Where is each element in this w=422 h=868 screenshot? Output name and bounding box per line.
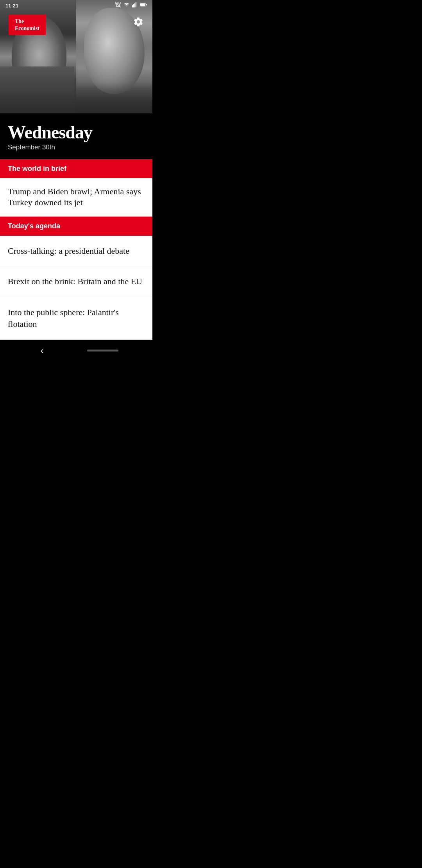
economist-logo-line2: Economist <box>15 25 39 32</box>
agenda-item-title-1: Cross-talking: a presidential debate <box>8 245 145 257</box>
date-text: September 30th <box>8 143 145 151</box>
date-section: Wednesday September 30th <box>0 113 152 159</box>
svg-rect-6 <box>140 4 145 6</box>
gear-icon <box>133 16 144 27</box>
agenda-item-2[interactable]: Brexit on the brink: Britain and the EU <box>0 266 152 297</box>
status-bar: 11:21 <box>0 0 152 11</box>
day-text: Wednesday <box>8 123 145 143</box>
economist-logo-line1: The <box>15 18 39 25</box>
date-overlay: Wednesday September 30th <box>0 113 152 159</box>
news-item-title-1: Trump and Biden brawl; Armenia says Turk… <box>8 186 145 208</box>
svg-rect-4 <box>136 2 136 7</box>
back-chevron-icon: ‹ <box>41 345 44 356</box>
agenda-item-1[interactable]: Cross-talking: a presidential debate <box>0 236 152 267</box>
svg-rect-7 <box>146 4 147 5</box>
world-in-brief-header[interactable]: The world in brief <box>0 159 152 178</box>
news-item-1[interactable]: Trump and Biden brawl; Armenia says Turk… <box>0 178 152 217</box>
agenda-item-title-3: Into the public sphere: Palantir's flota… <box>8 307 145 330</box>
world-in-brief-label: The world in brief <box>8 165 66 172</box>
wifi-icon <box>123 2 130 9</box>
agenda-item-title-2: Brexit on the brink: Britain and the EU <box>8 276 145 287</box>
todays-agenda-header[interactable]: Today's agenda <box>0 217 152 236</box>
agenda-item-3[interactable]: Into the public sphere: Palantir's flota… <box>0 297 152 339</box>
status-icons <box>115 2 147 9</box>
home-indicator[interactable] <box>87 350 118 352</box>
todays-agenda-label: Today's agenda <box>8 222 60 230</box>
signal-icon <box>132 2 138 9</box>
settings-button[interactable] <box>131 15 145 29</box>
hero-image: The Economist <box>0 0 152 113</box>
svg-rect-2 <box>133 4 134 7</box>
economist-logo[interactable]: The Economist <box>9 15 46 35</box>
notification-muted-icon <box>115 2 121 9</box>
bottom-nav: ‹ <box>0 340 152 362</box>
svg-rect-3 <box>134 4 135 8</box>
svg-rect-1 <box>132 5 133 7</box>
back-button[interactable]: ‹ <box>34 342 50 359</box>
battery-icon <box>140 2 147 9</box>
status-time: 11:21 <box>5 3 18 9</box>
